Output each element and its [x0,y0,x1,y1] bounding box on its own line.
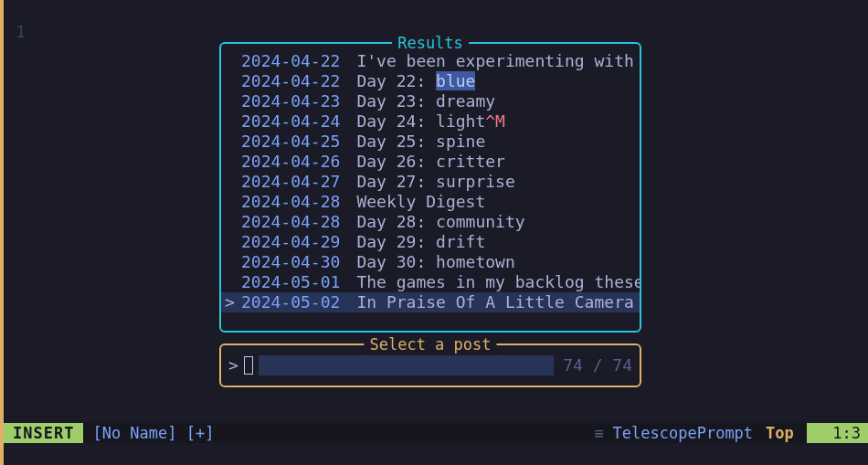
filename-label: [No Name] [+] [92,423,214,443]
selection-chevron-icon [225,152,241,172]
highlighted-text: blue [436,71,475,90]
selection-chevron-icon [225,272,241,292]
scroll-position: Top [766,423,794,443]
selection-chevron-icon [225,51,241,71]
status-line: INSERT [No Name] [+] ≡ TelescopePrompt T… [4,423,868,443]
result-date: 2024-04-22 [241,51,340,71]
line-number: 1 [9,22,26,42]
result-date: 2024-05-01 [241,272,340,292]
selection-chevron-icon [225,132,241,152]
prompt-title: Select a post [364,334,496,354]
selection-chevron-icon [225,91,241,111]
result-date: 2024-04-25 [241,132,340,152]
align-icon: ≡ [594,423,603,443]
selection-chevron-icon: > [225,292,241,312]
result-content: Day 25: spine [356,132,640,152]
result-date: 2024-04-28 [241,212,340,232]
result-content: Day 22: blue [356,71,640,91]
result-row[interactable]: 2024-04-28 Weekly Digest [221,192,640,212]
result-content: Day 28: community [356,212,640,232]
result-content: I've been experimenting with [this a [356,51,640,71]
result-row[interactable]: 2024-04-30 Day 30: hometown [221,252,640,272]
result-content: Weekly Digest [356,192,640,212]
result-content: Day 30: hometown [356,252,640,272]
selection-chevron-icon [225,232,241,252]
result-content: Day 26: critter [356,152,640,172]
result-row[interactable]: 2024-04-24 Day 24: light^M [221,111,640,132]
result-row[interactable]: 2024-04-23 Day 23: dreamy [221,91,640,111]
result-row[interactable]: 2024-04-29 Day 29: drift [221,232,640,252]
left-gutter-strip [0,0,4,465]
prompt-input[interactable] [259,355,554,375]
result-date: 2024-04-27 [241,172,340,192]
telescope-prompt-panel: Select a post > 74 / 74 [219,343,641,387]
selection-chevron-icon [225,111,241,132]
result-row[interactable]: 2024-04-26 Day 26: critter [221,152,640,172]
result-row[interactable]: 2024-04-25 Day 25: spine [221,132,640,152]
result-content: The games in my backlog these days a [356,272,640,292]
selection-chevron-icon [225,192,241,212]
result-date: 2024-05-02 [241,292,340,312]
result-date: 2024-04-28 [241,192,340,212]
results-list[interactable]: 2024-04-22 I've been experimenting with … [221,51,640,312]
mode-indicator: INSERT [4,423,83,443]
command-line-area[interactable] [4,443,868,465]
selection-chevron-icon [225,212,241,232]
selection-chevron-icon [225,172,241,192]
prompt-cursor[interactable] [244,356,253,375]
result-content: Day 24: light^M [356,111,640,132]
result-row[interactable]: 2024-04-27 Day 27: surprise [221,172,640,192]
result-row[interactable]: > 2024-05-02 In Praise Of A Little Camer… [221,292,640,312]
result-content: Day 29: drift [356,232,640,252]
result-content: Day 23: dreamy [356,91,640,111]
control-char: ^M [485,111,505,131]
result-date: 2024-04-22 [241,71,340,91]
result-date: 2024-04-23 [241,91,340,111]
result-row[interactable]: 2024-04-28 Day 28: community [221,212,640,232]
result-row[interactable]: 2024-04-22 Day 22: blue [221,71,640,91]
result-row[interactable]: 2024-04-22 I've been experimenting with … [221,51,640,71]
prompt-chevron-icon: > [228,355,238,375]
cursor-position: 1:3 [807,423,868,443]
result-content: In Praise Of A Little Camera [356,292,640,312]
result-row[interactable]: 2024-05-01 The games in my backlog these… [221,272,640,292]
filetype-label: TelescopePrompt [613,423,754,443]
result-date: 2024-04-29 [241,232,340,252]
result-date: 2024-04-30 [241,252,340,272]
selection-chevron-icon [225,71,241,91]
result-content: Day 27: surprise [356,172,640,192]
result-date: 2024-04-24 [241,111,340,132]
prompt-counter: 74 / 74 [563,355,632,375]
result-date: 2024-04-26 [241,152,340,172]
telescope-results-panel: Results 2024-04-22 I've been experimenti… [219,42,641,333]
selection-chevron-icon [225,252,241,272]
results-title: Results [392,33,469,53]
